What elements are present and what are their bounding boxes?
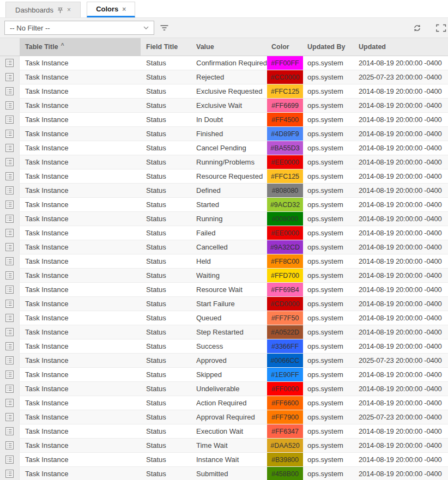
cell-table-title: Task Instance <box>20 467 141 480</box>
row-details-cell[interactable] <box>0 198 20 211</box>
cell-updated: 2014-08-19 20:00:00 -0400 <box>353 311 448 325</box>
cell-field-title: Status <box>141 84 191 98</box>
row-details-cell[interactable] <box>0 226 20 240</box>
close-icon[interactable]: × <box>67 7 71 13</box>
row-details-cell[interactable] <box>0 410 20 424</box>
table-row[interactable]: Task Instance Status Failed #EE0000 ops.… <box>0 226 448 240</box>
row-details-cell[interactable] <box>0 382 20 396</box>
close-icon[interactable]: × <box>122 6 126 13</box>
row-details-cell[interactable] <box>0 368 20 381</box>
cell-color: #DAA520 <box>267 439 303 452</box>
expand-icon[interactable] <box>436 24 448 32</box>
row-details-cell[interactable] <box>0 269 20 282</box>
table-row[interactable]: Task Instance Status Undeliverable #FF00… <box>0 382 448 396</box>
cell-updated-by: ops.system <box>303 424 353 438</box>
table-row[interactable]: Task Instance Status Skipped #1E90FF ops… <box>0 368 448 382</box>
row-details-cell[interactable] <box>0 453 20 466</box>
table-row[interactable]: Task Instance Status In Doubt #FF4500 op… <box>0 113 448 127</box>
table-row[interactable]: Task Instance Status Confirmation Requir… <box>0 56 448 70</box>
row-details-cell[interactable] <box>0 339 20 353</box>
filter-dropdown[interactable]: -- No Filter -- <box>4 21 154 35</box>
row-details-cell[interactable] <box>0 424 20 438</box>
table-row[interactable]: Task Instance Status Defined #808080 ops… <box>0 184 448 198</box>
row-details-cell[interactable] <box>0 439 20 452</box>
cell-updated-by: ops.system <box>303 297 353 311</box>
cell-color: #FFC125 <box>267 84 303 98</box>
row-details-cell[interactable] <box>0 56 20 70</box>
cell-color: #FF6347 <box>267 424 303 438</box>
row-details-cell[interactable] <box>0 254 20 268</box>
table-row[interactable]: Task Instance Status Approved #0066CC op… <box>0 354 448 368</box>
row-details-cell[interactable] <box>0 354 20 367</box>
table-row[interactable]: Task Instance Status Instance Wait #B398… <box>0 453 448 467</box>
table-row[interactable]: Task Instance Status Success #3366FF ops… <box>0 339 448 354</box>
table-row[interactable]: Task Instance Status Running/Problems #E… <box>0 155 448 169</box>
row-details-cell[interactable] <box>0 467 20 480</box>
filter-funnel-icon[interactable] <box>160 25 169 31</box>
row-details-cell[interactable] <box>0 297 20 311</box>
header-field-title[interactable]: Field Title <box>141 38 191 56</box>
row-details-cell[interactable] <box>0 184 20 197</box>
table-row[interactable]: Task Instance Status Resource Requested … <box>0 169 448 184</box>
filter-toolbar: -- No Filter -- <box>0 17 448 38</box>
table-row[interactable]: Task Instance Status Cancelled #9A32CD o… <box>0 240 448 254</box>
header-updated[interactable]: Updated <box>353 38 448 56</box>
record-details-icon <box>5 200 14 209</box>
table-row[interactable]: Task Instance Status Approval Required #… <box>0 410 448 424</box>
table-row[interactable]: Task Instance Status Running #008000 ops… <box>0 212 448 226</box>
table-row[interactable]: Task Instance Status Execution Wait #FF6… <box>0 424 448 439</box>
table-row[interactable]: Task Instance Status Started #9ACD32 ops… <box>0 198 448 212</box>
table-row[interactable]: Task Instance Status Queued #FF7F50 ops.… <box>0 311 448 325</box>
row-details-cell[interactable] <box>0 141 20 155</box>
pin-icon[interactable] <box>57 7 63 14</box>
cell-updated-by: ops.system <box>303 354 353 367</box>
record-details-icon <box>5 342 14 350</box>
cell-field-title: Status <box>141 226 191 240</box>
color-swatch: #FF6699 <box>267 99 303 112</box>
record-details-icon <box>5 356 14 364</box>
cell-updated: 2014-08-19 20:00:00 -0400 <box>353 424 448 438</box>
cell-updated: 2014-08-19 20:00:00 -0400 <box>353 113 448 126</box>
row-details-cell[interactable] <box>0 84 20 98</box>
cell-table-title: Task Instance <box>20 70 141 84</box>
cell-updated-by: ops.system <box>303 113 353 126</box>
refresh-icon[interactable] <box>413 23 422 33</box>
table-row[interactable]: Task Instance Status Exclusive Wait #FF6… <box>0 99 448 113</box>
header-color[interactable]: Color <box>267 38 303 56</box>
row-details-cell[interactable] <box>0 396 20 410</box>
cell-updated-by: ops.system <box>303 254 353 268</box>
table-row[interactable]: Task Instance Status Step Restarted #A05… <box>0 325 448 339</box>
row-details-cell[interactable] <box>0 99 20 112</box>
row-details-cell[interactable] <box>0 155 20 169</box>
tab-colors[interactable]: Colors × <box>87 2 135 17</box>
row-details-cell[interactable] <box>0 169 20 183</box>
table-row[interactable]: Task Instance Status Held #FF8C00 ops.sy… <box>0 254 448 269</box>
row-details-cell[interactable] <box>0 240 20 254</box>
row-details-cell[interactable] <box>0 311 20 325</box>
header-updated-by[interactable]: Updated By <box>303 38 353 56</box>
row-details-cell[interactable] <box>0 113 20 126</box>
table-row[interactable]: Task Instance Status Finished #4D89F9 op… <box>0 127 448 141</box>
table-row[interactable]: Task Instance Status Exclusive Requested… <box>0 84 448 99</box>
cell-updated: 2014-08-19 20:00:00 -0400 <box>353 339 448 353</box>
header-value[interactable]: Value <box>191 38 267 56</box>
table-row[interactable]: Task Instance Status Action Required #FF… <box>0 396 448 410</box>
table-row[interactable]: Task Instance Status Start Failure #CD00… <box>0 297 448 311</box>
table-row[interactable]: Task Instance Status Time Wait #DAA520 o… <box>0 439 448 453</box>
table-row[interactable]: Task Instance Status Rejected #CC0000 op… <box>0 70 448 84</box>
tab-dashboards[interactable]: Dashboards × <box>5 2 81 17</box>
table-row[interactable]: Task Instance Status Waiting #FFD700 ops… <box>0 269 448 283</box>
table-row[interactable]: Task Instance Status Submitted #458B00 o… <box>0 467 448 480</box>
cell-value: Time Wait <box>191 439 267 452</box>
row-details-cell[interactable] <box>0 325 20 339</box>
cell-table-title: Task Instance <box>20 113 141 126</box>
row-details-cell[interactable] <box>0 127 20 141</box>
header-table-title[interactable]: Table Title ^ <box>20 38 141 56</box>
cell-field-title: Status <box>141 254 191 268</box>
row-details-cell[interactable] <box>0 70 20 84</box>
cell-field-title: Status <box>141 269 191 282</box>
table-row[interactable]: Task Instance Status Cancel Pending #BA5… <box>0 141 448 155</box>
table-row[interactable]: Task Instance Status Resource Wait #FF69… <box>0 283 448 297</box>
row-details-cell[interactable] <box>0 283 20 296</box>
row-details-cell[interactable] <box>0 212 20 226</box>
